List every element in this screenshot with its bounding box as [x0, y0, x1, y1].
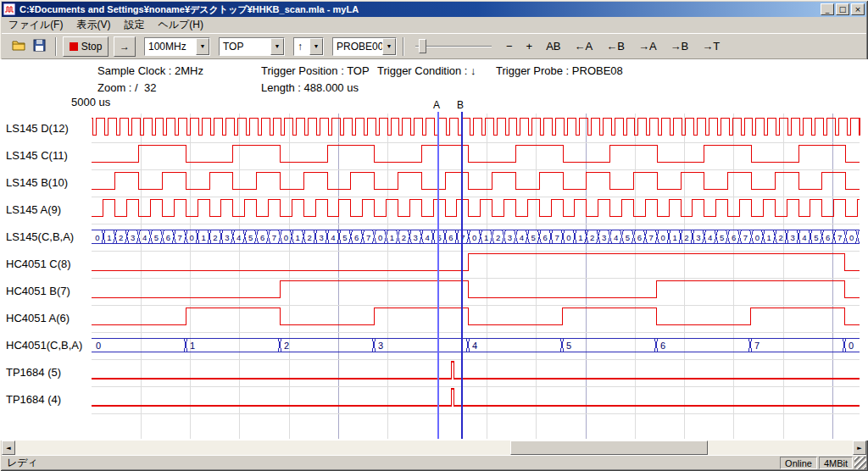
svg-text:4: 4 — [331, 233, 335, 242]
svg-text:5: 5 — [566, 341, 571, 351]
trigger-edge-value: ↑ — [294, 38, 309, 55]
svg-text:7: 7 — [460, 233, 465, 242]
svg-text:5: 5 — [720, 233, 724, 242]
svg-text:4: 4 — [142, 233, 147, 242]
scrollbar-thumb[interactable] — [510, 441, 708, 455]
svg-text:3: 3 — [319, 233, 323, 242]
svg-text:0: 0 — [95, 233, 99, 242]
info-zoom: Zoom : / 32 — [97, 81, 156, 94]
svg-text:5: 5 — [531, 233, 536, 242]
svg-text:3: 3 — [131, 233, 135, 242]
svg-text:4: 4 — [520, 233, 524, 242]
clock-rate-value: 100MHz — [145, 38, 196, 55]
svg-text:3: 3 — [414, 233, 418, 242]
menu-file[interactable]: ファイル(F) — [2, 17, 70, 33]
info-trigger-position: Trigger Position : TOP — [261, 64, 370, 77]
svg-text:0: 0 — [755, 233, 760, 242]
svg-text:2: 2 — [213, 233, 217, 242]
goto-trigger-button[interactable]: →T — [698, 38, 724, 54]
scroll-right-icon[interactable]: ► — [853, 441, 866, 455]
minimize-button[interactable]: _ — [821, 3, 834, 15]
svg-text:6: 6 — [448, 233, 453, 242]
move-a-left-button[interactable]: ←A — [570, 38, 598, 54]
dropdown-arrow-icon[interactable]: ▼ — [196, 38, 209, 55]
svg-text:1: 1 — [578, 233, 582, 242]
save-icon — [33, 39, 46, 54]
svg-text:1: 1 — [107, 233, 111, 242]
zoom-slider-thumb[interactable] — [419, 39, 426, 53]
svg-text:0: 0 — [661, 233, 665, 242]
stop-icon — [70, 42, 78, 51]
open-file-button[interactable] — [8, 37, 29, 56]
maximize-button[interactable]: □ — [836, 3, 849, 15]
toolbar-separator — [403, 37, 404, 56]
close-button[interactable]: × — [851, 3, 865, 15]
probe-select[interactable]: PROBE00 ▼ — [332, 37, 397, 56]
svg-text:2: 2 — [402, 233, 406, 242]
svg-text:7: 7 — [554, 233, 559, 242]
waveform-area: Sample Clock : 2MHz Trigger Position : T… — [0, 59, 868, 441]
svg-text:5: 5 — [342, 233, 347, 242]
scroll-left-icon[interactable]: ◄ — [2, 441, 15, 455]
horizontal-scrollbar[interactable]: ◄ ► — [2, 441, 866, 455]
save-button[interactable] — [29, 37, 49, 56]
svg-text:2: 2 — [308, 233, 312, 242]
svg-text:4: 4 — [614, 233, 618, 242]
svg-text:1: 1 — [296, 233, 300, 242]
toolbar: Stop → 100MHz ▼ TOP ▼ ↑ ▼ PROBE00 ▼ − + … — [2, 33, 866, 59]
svg-text:1: 1 — [767, 233, 771, 242]
menu-settings[interactable]: 設定 — [117, 17, 151, 33]
svg-text:2: 2 — [590, 233, 594, 242]
svg-text:6: 6 — [637, 233, 642, 242]
trigger-edge-select[interactable]: ↑ ▼ — [293, 37, 324, 56]
svg-text:7: 7 — [743, 233, 748, 242]
svg-text:2: 2 — [496, 233, 500, 242]
move-b-left-button[interactable]: ←B — [602, 38, 629, 54]
resize-grip-icon[interactable] — [854, 457, 866, 469]
svg-text:6: 6 — [260, 233, 264, 242]
svg-text:6: 6 — [543, 233, 548, 242]
zoom-slider[interactable] — [414, 37, 493, 56]
trigger-position-select[interactable]: TOP ▼ — [219, 37, 285, 56]
zoom-in-button[interactable]: + — [522, 38, 537, 54]
svg-text:0: 0 — [190, 233, 194, 242]
stop-button[interactable]: Stop — [63, 36, 108, 57]
move-a-right-button[interactable]: →A — [634, 38, 661, 54]
svg-text:6: 6 — [354, 233, 359, 242]
svg-text:0: 0 — [96, 341, 101, 351]
dropdown-arrow-icon[interactable]: ▼ — [270, 38, 284, 55]
svg-text:7: 7 — [272, 233, 276, 242]
svg-text:4: 4 — [472, 341, 477, 351]
menu-help[interactable]: ヘルプ(H) — [151, 17, 210, 33]
svg-text:7: 7 — [178, 233, 182, 242]
statusbar: レディ Online 4MBit — [2, 455, 866, 469]
clock-rate-select[interactable]: 100MHz ▼ — [144, 37, 210, 56]
waveform-svg[interactable]: 0123456701234567012345670123456701234567… — [0, 110, 868, 441]
svg-text:2: 2 — [684, 233, 688, 242]
titlebar: C:¥Documents and Settings¥noname¥デスクトップ¥… — [2, 2, 866, 17]
svg-text:7: 7 — [649, 233, 654, 242]
folder-open-icon — [12, 39, 26, 53]
menu-view[interactable]: 表示(V) — [70, 17, 117, 33]
cursor-a-label[interactable]: A — [433, 99, 440, 111]
svg-text:4: 4 — [802, 233, 806, 242]
info-sample-clock: Sample Clock : 2MHz — [97, 64, 203, 77]
app-icon — [3, 3, 17, 15]
svg-text:1: 1 — [484, 233, 488, 242]
run-button[interactable]: → — [114, 36, 136, 57]
ab-span-button[interactable]: AB — [542, 38, 565, 54]
svg-text:0: 0 — [378, 233, 382, 242]
probe-value: PROBE00 — [333, 38, 382, 55]
dropdown-arrow-icon[interactable]: ▼ — [309, 38, 323, 55]
app-window: C:¥Documents and Settings¥noname¥デスクトップ¥… — [0, 0, 868, 471]
svg-text:3: 3 — [790, 233, 794, 242]
svg-text:0: 0 — [566, 233, 570, 242]
dropdown-arrow-icon[interactable]: ▼ — [382, 38, 396, 55]
cursor-b-label[interactable]: B — [457, 99, 464, 111]
svg-text:7: 7 — [754, 341, 760, 351]
svg-text:2: 2 — [284, 341, 289, 351]
svg-text:1: 1 — [672, 233, 676, 242]
svg-text:0: 0 — [284, 233, 288, 242]
move-b-right-button[interactable]: →B — [666, 38, 693, 54]
zoom-out-button[interactable]: − — [502, 38, 517, 54]
